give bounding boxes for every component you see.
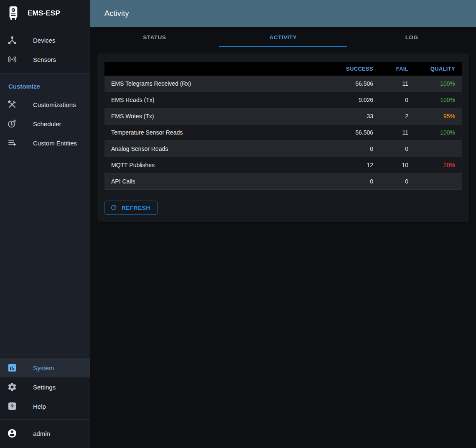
sidebar-item-customizations[interactable]: Customizations: [0, 95, 90, 114]
app-title: EMS-ESP: [28, 9, 60, 18]
success-cell: 9.026: [330, 92, 380, 108]
success-cell: 33: [330, 108, 380, 125]
sidebar-item-label: Customizations: [33, 101, 76, 108]
metric-label-cell: Temperature Sensor Reads: [104, 125, 330, 141]
svg-text:?: ?: [10, 403, 14, 410]
sidebar-item-settings[interactable]: Settings: [0, 377, 90, 397]
metric-label-cell: EMS Writes (Tx): [104, 108, 330, 125]
sidebar-item-label: Sensors: [33, 56, 56, 63]
account-circle-icon: [7, 428, 17, 438]
sidebar-spacer: [0, 153, 90, 357]
refresh-icon: [110, 204, 117, 211]
sidebar-item-system[interactable]: System: [0, 358, 90, 377]
table-row: EMS Reads (Tx) 9.026 0 100%: [104, 92, 462, 108]
main-area: Activity STATUS ACTIVITY LOG SUCCESS FAI…: [90, 0, 476, 448]
success-cell: 0: [330, 141, 380, 157]
column-header-metric: [104, 62, 330, 76]
table-row: API Calls 0 0: [104, 173, 462, 190]
activity-table: SUCCESS FAIL QUALITY EMS Telegrams Recei…: [104, 62, 462, 190]
metric-label-cell: EMS Reads (Tx): [104, 92, 330, 108]
page-title: Activity: [104, 9, 129, 18]
sidebar-item-custom-entities[interactable]: Custom Entities: [0, 133, 90, 153]
sidebar-item-label: System: [33, 364, 54, 372]
sidebar-item-label: Settings: [33, 384, 56, 391]
sidebar-item-help[interactable]: ? Help: [0, 397, 90, 416]
schedule-clock-icon: [7, 119, 17, 129]
fail-cell: 11: [380, 125, 415, 141]
tab-activity[interactable]: ACTIVITY: [219, 27, 348, 47]
column-header-fail: FAIL: [380, 62, 415, 76]
appbar: Activity: [90, 0, 476, 27]
gear-icon: [7, 382, 17, 392]
bar-chart-icon: [7, 363, 17, 373]
table-row: EMS Telegrams Received (Rx) 56.506 11 10…: [104, 76, 462, 92]
sidebar-menu-top: Devices Sensors: [0, 27, 90, 69]
help-icon: ?: [7, 401, 17, 411]
success-cell: 56.506: [330, 125, 380, 141]
table-row: EMS Writes (Tx) 33 2 95%: [104, 108, 462, 125]
fail-cell: 0: [380, 141, 415, 157]
column-header-quality: QUALITY: [415, 62, 462, 76]
tab-status[interactable]: STATUS: [90, 27, 219, 47]
tab-log[interactable]: LOG: [347, 27, 476, 47]
table-row: MQTT Publishes 12 10 20%: [104, 157, 462, 173]
table-row: Temperature Sensor Reads 56.506 11 100%: [104, 125, 462, 141]
success-cell: 12: [330, 157, 380, 173]
quality-cell: 95%: [415, 108, 462, 125]
device-hub-icon: [7, 35, 17, 45]
fail-cell: 0: [380, 173, 415, 190]
sidebar-item-label: Help: [33, 403, 46, 410]
ems-esp-logo-icon: [7, 5, 20, 21]
refresh-button-label: REFRESH: [122, 205, 150, 211]
activity-card: SUCCESS FAIL QUALITY EMS Telegrams Recei…: [97, 53, 469, 222]
fail-cell: 2: [380, 108, 415, 125]
fail-cell: 10: [380, 157, 415, 173]
sidebar-menu-bottom: System Settings ? Help: [0, 357, 90, 416]
success-cell: 0: [330, 173, 380, 190]
metric-label-cell: Analog Sensor Reads: [104, 141, 330, 157]
sidebar-header: EMS-ESP: [0, 0, 90, 27]
sidebar: EMS-ESP Devices Se: [0, 0, 90, 448]
sidebar-item-admin[interactable]: admin: [0, 424, 90, 443]
refresh-button[interactable]: REFRESH: [104, 201, 158, 215]
metric-label-cell: MQTT Publishes: [104, 157, 330, 173]
construction-icon: [7, 99, 17, 109]
sensors-icon: [7, 54, 17, 64]
quality-cell: 100%: [415, 92, 462, 108]
sidebar-item-sensors[interactable]: Sensors: [0, 50, 90, 69]
app-root: EMS-ESP Devices Se: [0, 0, 476, 448]
sidebar-item-label: Devices: [33, 37, 55, 44]
metric-label-cell: EMS Telegrams Received (Rx): [104, 76, 330, 92]
metric-label-cell: API Calls: [104, 173, 330, 190]
sidebar-item-scheduler[interactable]: Scheduler: [0, 114, 90, 133]
fail-cell: 0: [380, 92, 415, 108]
quality-cell: [415, 141, 462, 157]
quality-cell: 100%: [415, 125, 462, 141]
quality-cell: [415, 173, 462, 190]
table-header-row: SUCCESS FAIL QUALITY: [104, 62, 462, 76]
quality-cell: 20%: [415, 157, 462, 173]
table-row: Analog Sensor Reads 0 0: [104, 141, 462, 157]
signed-in-user-label: admin: [33, 430, 50, 437]
sidebar-item-label: Scheduler: [33, 120, 61, 127]
fail-cell: 11: [380, 76, 415, 92]
sidebar-item-devices[interactable]: Devices: [0, 31, 90, 50]
playlist-add-icon: [7, 138, 17, 148]
sidebar-user-section: admin: [0, 420, 90, 448]
sidebar-customize-section: Customize Customizations: [0, 73, 90, 357]
success-cell: 56.506: [330, 76, 380, 92]
sidebar-item-label: Custom Entities: [33, 140, 77, 147]
quality-cell: 100%: [415, 76, 462, 92]
column-header-success: SUCCESS: [330, 62, 380, 76]
customize-section-label: Customize: [8, 83, 90, 90]
tab-bar: STATUS ACTIVITY LOG: [90, 27, 476, 47]
